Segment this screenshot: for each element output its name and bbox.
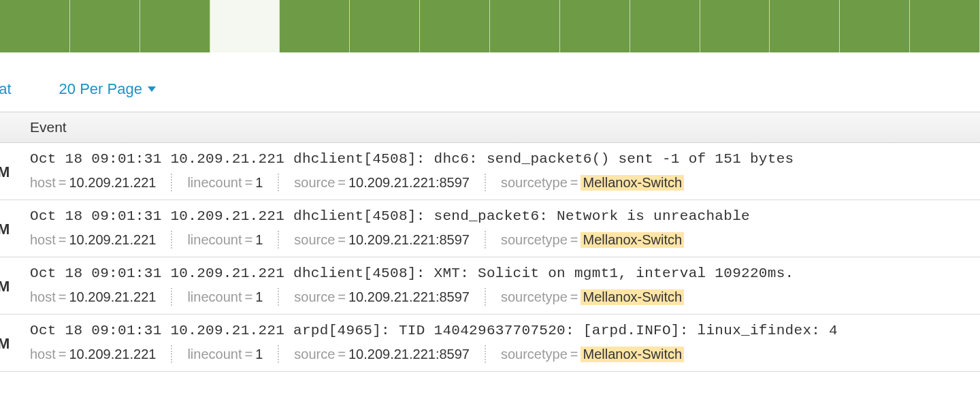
meta-separator (485, 288, 486, 306)
timeline-cell[interactable] (700, 0, 770, 52)
meta-separator (171, 231, 172, 249)
meta-host[interactable]: host=10.209.21.221 (30, 289, 156, 305)
events-list: MOct 18 09:01:31 10.209.21.221 dhclient[… (0, 143, 980, 372)
timeline-cell[interactable] (350, 0, 420, 52)
time-fragment: M (0, 278, 10, 295)
event-meta: host=10.209.21.221linecount=1source=10.2… (30, 288, 980, 306)
meta-sourcetype[interactable]: sourcetype=Mellanox-Switch (501, 232, 684, 248)
event-row[interactable]: Oct 18 09:01:31 10.209.21.221 arpd[4965]… (0, 315, 980, 372)
event-raw: Oct 18 09:01:31 10.209.21.221 dhclient[4… (30, 266, 980, 281)
event-meta: host=10.209.21.221linecount=1source=10.2… (30, 345, 980, 363)
timeline-cell[interactable] (420, 0, 490, 52)
event-raw: Oct 18 09:01:31 10.209.21.221 arpd[4965]… (30, 323, 980, 338)
event-raw: Oct 18 09:01:31 10.209.21.221 dhclient[4… (30, 151, 980, 167)
meta-separator (171, 174, 172, 191)
per-page-label: 20 Per Page (59, 80, 142, 98)
table-header: Event (0, 112, 980, 143)
timeline-cell[interactable] (490, 0, 560, 52)
timeline-cell[interactable] (0, 0, 70, 52)
meta-separator (485, 345, 486, 363)
time-fragment: M (0, 335, 10, 353)
meta-linecount[interactable]: linecount=1 (187, 347, 263, 362)
meta-host[interactable]: host=10.209.21.221 (30, 175, 156, 191)
meta-separator (171, 288, 172, 306)
chevron-down-icon (148, 86, 156, 92)
timeline-cell[interactable] (140, 0, 210, 52)
format-button[interactable]: nat (0, 80, 12, 98)
timeline-cell[interactable] (770, 0, 840, 52)
meta-linecount[interactable]: linecount=1 (187, 175, 263, 191)
meta-sourcetype[interactable]: sourcetype=Mellanox-Switch (501, 175, 684, 191)
event-meta: host=10.209.21.221linecount=1source=10.2… (30, 231, 980, 249)
timeline[interactable] (0, 0, 980, 53)
meta-linecount[interactable]: linecount=1 (187, 232, 263, 248)
meta-separator (278, 288, 279, 306)
column-event: Event (30, 119, 67, 135)
timeline-cell[interactable] (280, 0, 350, 52)
meta-host[interactable]: host=10.209.21.221 (30, 347, 156, 362)
meta-separator (485, 174, 486, 191)
timeline-cell[interactable] (840, 0, 910, 52)
timeline-cell[interactable] (560, 0, 630, 52)
meta-source[interactable]: source=10.209.21.221:8597 (294, 347, 470, 362)
timeline-cell[interactable] (70, 0, 140, 52)
format-label-fragment: nat (0, 80, 12, 98)
meta-separator (171, 345, 172, 363)
timeline-cell[interactable] (630, 0, 700, 52)
meta-separator (278, 174, 279, 191)
meta-source[interactable]: source=10.209.21.221:8597 (294, 289, 470, 305)
results-controls: nat 20 Per Page (0, 53, 980, 112)
event-row[interactable]: Oct 18 09:01:31 10.209.21.221 dhclient[4… (0, 257, 980, 315)
meta-separator (278, 231, 279, 249)
timeline-cell[interactable] (910, 0, 980, 52)
time-fragment: M (0, 221, 10, 238)
meta-source[interactable]: source=10.209.21.221:8597 (294, 175, 470, 191)
meta-sourcetype[interactable]: sourcetype=Mellanox-Switch (501, 347, 684, 362)
meta-source[interactable]: source=10.209.21.221:8597 (294, 232, 470, 248)
meta-linecount[interactable]: linecount=1 (187, 289, 263, 305)
meta-host[interactable]: host=10.209.21.221 (30, 232, 156, 248)
per-page-dropdown[interactable]: 20 Per Page (59, 80, 156, 98)
event-raw: Oct 18 09:01:31 10.209.21.221 dhclient[4… (30, 208, 980, 224)
meta-separator (485, 231, 486, 249)
meta-separator (278, 345, 279, 363)
event-meta: host=10.209.21.221linecount=1source=10.2… (30, 174, 980, 191)
event-row[interactable]: Oct 18 09:01:31 10.209.21.221 dhclient[4… (0, 143, 980, 200)
event-row[interactable]: Oct 18 09:01:31 10.209.21.221 dhclient[4… (0, 200, 980, 257)
time-fragment: M (0, 163, 10, 181)
timeline-cell[interactable] (210, 0, 280, 52)
meta-sourcetype[interactable]: sourcetype=Mellanox-Switch (501, 289, 684, 305)
